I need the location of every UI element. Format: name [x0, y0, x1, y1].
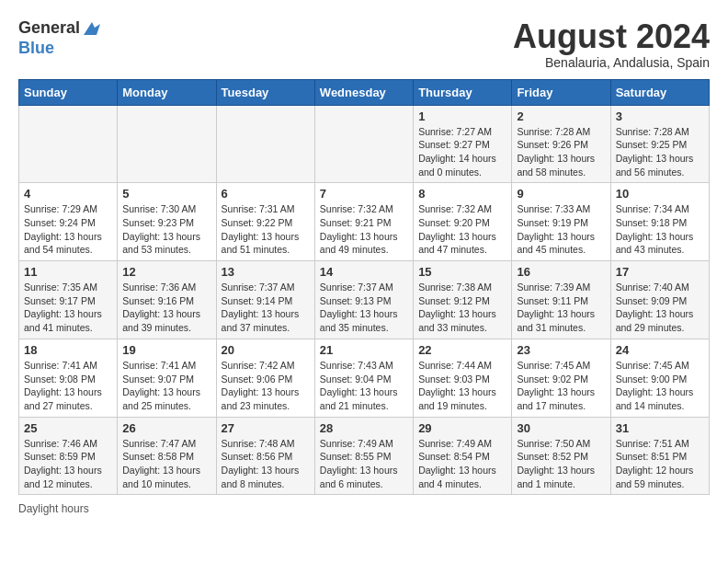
table-row: 10Sunrise: 7:34 AM Sunset: 9:18 PM Dayli…	[610, 183, 709, 261]
table-row: 18Sunrise: 7:41 AM Sunset: 9:08 PM Dayli…	[19, 339, 118, 417]
day-number: 6	[222, 187, 310, 201]
day-number: 22	[418, 343, 506, 357]
table-row: 15Sunrise: 7:38 AM Sunset: 9:12 PM Dayli…	[414, 261, 512, 339]
table-row: 31Sunrise: 7:51 AM Sunset: 8:51 PM Dayli…	[610, 417, 709, 495]
header-friday: Friday	[512, 79, 610, 105]
day-detail: Sunrise: 7:43 AM Sunset: 9:04 PM Dayligh…	[320, 359, 408, 413]
logo-subtext: Blue	[18, 39, 102, 59]
table-row: 3Sunrise: 7:28 AM Sunset: 9:25 PM Daylig…	[610, 105, 709, 183]
title-section: August 2024 Benalauria, Andalusia, Spain	[513, 18, 710, 70]
day-number: 3	[616, 109, 704, 123]
day-number: 16	[517, 265, 605, 279]
day-detail: Sunrise: 7:39 AM Sunset: 9:11 PM Dayligh…	[517, 281, 605, 335]
day-number: 19	[122, 343, 210, 357]
table-row: 19Sunrise: 7:41 AM Sunset: 9:07 PM Dayli…	[118, 339, 216, 417]
table-row: 27Sunrise: 7:48 AM Sunset: 8:56 PM Dayli…	[216, 417, 314, 495]
day-detail: Sunrise: 7:49 AM Sunset: 8:54 PM Dayligh…	[418, 437, 506, 491]
day-detail: Sunrise: 7:32 AM Sunset: 9:21 PM Dayligh…	[320, 202, 408, 257]
day-detail: Sunrise: 7:50 AM Sunset: 8:52 PM Dayligh…	[517, 437, 605, 491]
day-number: 2	[517, 109, 605, 123]
day-detail: Sunrise: 7:45 AM Sunset: 9:02 PM Dayligh…	[517, 359, 605, 413]
header-thursday: Thursday	[414, 79, 512, 105]
table-row: 9Sunrise: 7:33 AM Sunset: 9:19 PM Daylig…	[512, 183, 610, 261]
table-row: 25Sunrise: 7:46 AM Sunset: 8:59 PM Dayli…	[19, 417, 118, 495]
table-row	[314, 105, 413, 183]
day-detail: Sunrise: 7:32 AM Sunset: 9:20 PM Dayligh…	[418, 202, 506, 257]
table-row: 21Sunrise: 7:43 AM Sunset: 9:04 PM Dayli…	[314, 339, 413, 417]
table-row: 5Sunrise: 7:30 AM Sunset: 9:23 PM Daylig…	[118, 183, 216, 261]
table-row: 7Sunrise: 7:32 AM Sunset: 9:21 PM Daylig…	[314, 183, 413, 261]
table-row: 14Sunrise: 7:37 AM Sunset: 9:13 PM Dayli…	[314, 261, 413, 339]
table-row: 17Sunrise: 7:40 AM Sunset: 9:09 PM Dayli…	[610, 261, 709, 339]
day-detail: Sunrise: 7:40 AM Sunset: 9:09 PM Dayligh…	[616, 281, 704, 335]
svg-marker-0	[84, 22, 100, 35]
table-row: 20Sunrise: 7:42 AM Sunset: 9:06 PM Dayli…	[216, 339, 314, 417]
month-year-title: August 2024	[513, 18, 710, 55]
table-row: 26Sunrise: 7:47 AM Sunset: 8:58 PM Dayli…	[118, 417, 216, 495]
table-row	[216, 105, 314, 183]
day-number: 14	[320, 265, 408, 279]
day-detail: Sunrise: 7:41 AM Sunset: 9:07 PM Dayligh…	[122, 359, 210, 413]
day-number: 7	[320, 187, 408, 201]
calendar-week-row: 11Sunrise: 7:35 AM Sunset: 9:17 PM Dayli…	[19, 261, 710, 339]
day-number: 17	[616, 265, 704, 279]
calendar-body: 1Sunrise: 7:27 AM Sunset: 9:27 PM Daylig…	[19, 105, 710, 495]
day-detail: Sunrise: 7:41 AM Sunset: 9:08 PM Dayligh…	[24, 359, 112, 413]
day-number: 9	[517, 187, 605, 201]
day-number: 12	[122, 265, 210, 279]
day-number: 24	[616, 343, 704, 357]
day-detail: Sunrise: 7:33 AM Sunset: 9:19 PM Dayligh…	[517, 202, 605, 257]
day-detail: Sunrise: 7:42 AM Sunset: 9:06 PM Dayligh…	[222, 359, 310, 413]
header-saturday: Saturday	[610, 79, 709, 105]
day-number: 1	[418, 109, 506, 123]
location-subtitle: Benalauria, Andalusia, Spain	[513, 55, 710, 70]
header-wednesday: Wednesday	[314, 79, 413, 105]
calendar-week-row: 1Sunrise: 7:27 AM Sunset: 9:27 PM Daylig…	[19, 105, 710, 183]
day-number: 29	[418, 421, 506, 435]
table-row: 12Sunrise: 7:36 AM Sunset: 9:16 PM Dayli…	[118, 261, 216, 339]
header-tuesday: Tuesday	[216, 79, 314, 105]
day-number: 5	[122, 187, 210, 201]
day-detail: Sunrise: 7:28 AM Sunset: 9:25 PM Dayligh…	[616, 125, 704, 179]
day-number: 25	[24, 421, 112, 435]
day-detail: Sunrise: 7:47 AM Sunset: 8:58 PM Dayligh…	[122, 437, 210, 491]
day-detail: Sunrise: 7:36 AM Sunset: 9:16 PM Dayligh…	[122, 281, 210, 335]
page-header: General Blue August 2024 Benalauria, And…	[18, 18, 710, 70]
table-row: 8Sunrise: 7:32 AM Sunset: 9:20 PM Daylig…	[414, 183, 512, 261]
table-row	[19, 105, 118, 183]
calendar-table: Sunday Monday Tuesday Wednesday Thursday…	[18, 79, 710, 496]
table-row: 4Sunrise: 7:29 AM Sunset: 9:24 PM Daylig…	[19, 183, 118, 261]
table-row: 30Sunrise: 7:50 AM Sunset: 8:52 PM Dayli…	[512, 417, 610, 495]
logo-bird-icon	[82, 18, 102, 39]
day-number: 20	[222, 343, 310, 357]
day-detail: Sunrise: 7:37 AM Sunset: 9:14 PM Dayligh…	[222, 281, 310, 335]
footer-note: Daylight hours	[18, 502, 710, 515]
day-detail: Sunrise: 7:29 AM Sunset: 9:24 PM Dayligh…	[24, 202, 112, 257]
calendar-week-row: 25Sunrise: 7:46 AM Sunset: 8:59 PM Dayli…	[19, 417, 710, 495]
day-detail: Sunrise: 7:34 AM Sunset: 9:18 PM Dayligh…	[616, 202, 704, 257]
day-detail: Sunrise: 7:27 AM Sunset: 9:27 PM Dayligh…	[418, 125, 506, 179]
day-number: 11	[24, 265, 112, 279]
day-detail: Sunrise: 7:44 AM Sunset: 9:03 PM Dayligh…	[418, 359, 506, 413]
day-detail: Sunrise: 7:51 AM Sunset: 8:51 PM Dayligh…	[616, 437, 704, 491]
day-number: 10	[616, 187, 704, 201]
day-number: 4	[24, 187, 112, 201]
day-detail: Sunrise: 7:49 AM Sunset: 8:55 PM Dayligh…	[320, 437, 408, 491]
day-detail: Sunrise: 7:30 AM Sunset: 9:23 PM Dayligh…	[122, 202, 210, 257]
day-number: 27	[222, 421, 310, 435]
day-number: 28	[320, 421, 408, 435]
table-row: 22Sunrise: 7:44 AM Sunset: 9:03 PM Dayli…	[414, 339, 512, 417]
logo: General Blue	[18, 18, 102, 59]
day-number: 8	[418, 187, 506, 201]
header-sunday: Sunday	[19, 79, 118, 105]
table-row: 2Sunrise: 7:28 AM Sunset: 9:26 PM Daylig…	[512, 105, 610, 183]
day-detail: Sunrise: 7:45 AM Sunset: 9:00 PM Dayligh…	[616, 359, 704, 413]
day-number: 21	[320, 343, 408, 357]
calendar-week-row: 4Sunrise: 7:29 AM Sunset: 9:24 PM Daylig…	[19, 183, 710, 261]
table-row	[118, 105, 216, 183]
table-row: 28Sunrise: 7:49 AM Sunset: 8:55 PM Dayli…	[314, 417, 413, 495]
table-row: 24Sunrise: 7:45 AM Sunset: 9:00 PM Dayli…	[610, 339, 709, 417]
day-number: 23	[517, 343, 605, 357]
table-row: 23Sunrise: 7:45 AM Sunset: 9:02 PM Dayli…	[512, 339, 610, 417]
table-row: 29Sunrise: 7:49 AM Sunset: 8:54 PM Dayli…	[414, 417, 512, 495]
